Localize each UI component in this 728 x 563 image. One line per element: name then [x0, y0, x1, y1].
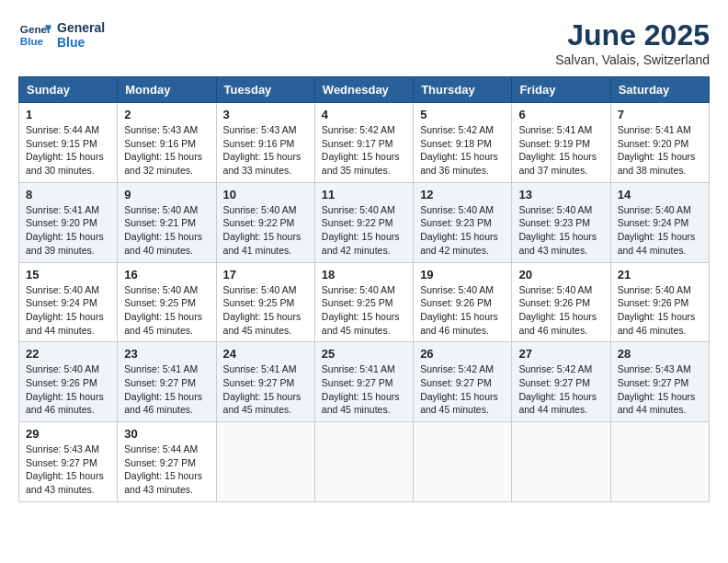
- column-header-monday: Monday: [118, 77, 216, 103]
- day-cell: [216, 422, 314, 502]
- logo-general: General: [57, 20, 105, 35]
- day-info: Sunrise: 5:40 AMSunset: 9:26 PMDaylight:…: [420, 283, 505, 338]
- day-info: Sunrise: 5:40 AMSunset: 9:25 PMDaylight:…: [223, 283, 308, 338]
- day-info: Sunrise: 5:41 AMSunset: 9:27 PMDaylight:…: [322, 362, 406, 417]
- day-info: Sunrise: 5:41 AMSunset: 9:27 PMDaylight:…: [124, 362, 209, 417]
- svg-text:General: General: [20, 23, 51, 35]
- day-info: Sunrise: 5:40 AMSunset: 9:21 PMDaylight:…: [124, 203, 209, 258]
- day-number: 30: [124, 427, 209, 441]
- day-cell: 14Sunrise: 5:40 AMSunset: 9:24 PMDayligh…: [610, 182, 709, 262]
- column-header-wednesday: Wednesday: [314, 77, 413, 103]
- day-number: 15: [26, 268, 110, 282]
- day-info: Sunrise: 5:41 AMSunset: 9:19 PMDaylight:…: [518, 123, 603, 178]
- location-title: Salvan, Valais, Switzerland: [555, 52, 710, 67]
- day-number: 22: [26, 347, 110, 361]
- week-row-1: 1Sunrise: 5:44 AMSunset: 9:15 PMDaylight…: [19, 103, 710, 183]
- day-cell: 2Sunrise: 5:43 AMSunset: 9:16 PMDaylight…: [118, 103, 216, 183]
- day-number: 1: [26, 108, 110, 121]
- day-cell: 22Sunrise: 5:40 AMSunset: 9:26 PMDayligh…: [19, 342, 118, 422]
- title-area: June 2025 Salvan, Valais, Switzerland: [555, 18, 710, 67]
- day-cell: 5Sunrise: 5:42 AMSunset: 9:18 PMDaylight…: [414, 103, 512, 183]
- day-number: 6: [518, 108, 603, 121]
- day-cell: 7Sunrise: 5:41 AMSunset: 9:20 PMDaylight…: [610, 103, 709, 183]
- day-info: Sunrise: 5:40 AMSunset: 9:23 PMDaylight:…: [518, 203, 603, 258]
- day-number: 29: [26, 427, 110, 441]
- day-info: Sunrise: 5:40 AMSunset: 9:24 PMDaylight:…: [618, 203, 702, 258]
- svg-text:Blue: Blue: [20, 35, 44, 47]
- day-info: Sunrise: 5:40 AMSunset: 9:23 PMDaylight:…: [420, 203, 505, 258]
- week-row-4: 22Sunrise: 5:40 AMSunset: 9:26 PMDayligh…: [19, 342, 710, 422]
- day-number: 26: [420, 347, 505, 361]
- day-info: Sunrise: 5:42 AMSunset: 9:17 PMDaylight:…: [322, 123, 406, 178]
- day-number: 2: [124, 108, 209, 121]
- day-number: 19: [420, 268, 505, 282]
- day-info: Sunrise: 5:43 AMSunset: 9:27 PMDaylight:…: [26, 442, 110, 497]
- day-info: Sunrise: 5:40 AMSunset: 9:24 PMDaylight:…: [26, 283, 110, 338]
- day-cell: 8Sunrise: 5:41 AMSunset: 9:20 PMDaylight…: [19, 182, 118, 262]
- day-cell: [414, 422, 512, 502]
- day-number: 28: [618, 347, 702, 361]
- column-header-thursday: Thursday: [414, 77, 512, 103]
- day-number: 27: [518, 347, 603, 361]
- day-cell: 15Sunrise: 5:40 AMSunset: 9:24 PMDayligh…: [19, 262, 118, 342]
- day-number: 11: [322, 188, 406, 201]
- week-row-2: 8Sunrise: 5:41 AMSunset: 9:20 PMDaylight…: [19, 182, 710, 262]
- column-header-saturday: Saturday: [610, 77, 709, 103]
- day-cell: 25Sunrise: 5:41 AMSunset: 9:27 PMDayligh…: [314, 342, 413, 422]
- day-cell: 10Sunrise: 5:40 AMSunset: 9:22 PMDayligh…: [216, 182, 314, 262]
- day-cell: [314, 422, 413, 502]
- day-number: 17: [223, 268, 308, 282]
- day-info: Sunrise: 5:40 AMSunset: 9:26 PMDaylight:…: [618, 283, 702, 338]
- day-cell: 16Sunrise: 5:40 AMSunset: 9:25 PMDayligh…: [118, 262, 216, 342]
- day-number: 10: [223, 188, 308, 201]
- day-cell: 11Sunrise: 5:40 AMSunset: 9:22 PMDayligh…: [314, 182, 413, 262]
- day-number: 9: [124, 188, 209, 201]
- day-info: Sunrise: 5:44 AMSunset: 9:15 PMDaylight:…: [26, 123, 110, 178]
- day-info: Sunrise: 5:42 AMSunset: 9:18 PMDaylight:…: [420, 123, 505, 178]
- calendar-table: SundayMondayTuesdayWednesdayThursdayFrid…: [18, 76, 710, 502]
- day-cell: 24Sunrise: 5:41 AMSunset: 9:27 PMDayligh…: [216, 342, 314, 422]
- day-cell: 12Sunrise: 5:40 AMSunset: 9:23 PMDayligh…: [414, 182, 512, 262]
- day-info: Sunrise: 5:40 AMSunset: 9:25 PMDaylight:…: [322, 283, 406, 338]
- day-number: 5: [420, 108, 505, 121]
- day-cell: 6Sunrise: 5:41 AMSunset: 9:19 PMDaylight…: [512, 103, 610, 183]
- day-number: 7: [618, 108, 702, 121]
- day-cell: 18Sunrise: 5:40 AMSunset: 9:25 PMDayligh…: [314, 262, 413, 342]
- day-cell: 23Sunrise: 5:41 AMSunset: 9:27 PMDayligh…: [118, 342, 216, 422]
- day-info: Sunrise: 5:42 AMSunset: 9:27 PMDaylight:…: [420, 362, 505, 417]
- week-row-5: 29Sunrise: 5:43 AMSunset: 9:27 PMDayligh…: [19, 422, 710, 502]
- day-cell: 29Sunrise: 5:43 AMSunset: 9:27 PMDayligh…: [19, 422, 118, 502]
- day-info: Sunrise: 5:40 AMSunset: 9:26 PMDaylight:…: [518, 283, 603, 338]
- day-number: 25: [322, 347, 406, 361]
- day-number: 18: [322, 268, 406, 282]
- logo-blue: Blue: [57, 35, 105, 50]
- column-headers: SundayMondayTuesdayWednesdayThursdayFrid…: [19, 77, 710, 103]
- day-number: 21: [618, 268, 702, 282]
- month-title: June 2025: [555, 18, 710, 52]
- day-cell: 1Sunrise: 5:44 AMSunset: 9:15 PMDaylight…: [19, 103, 118, 183]
- day-cell: [512, 422, 610, 502]
- day-cell: 28Sunrise: 5:43 AMSunset: 9:27 PMDayligh…: [610, 342, 709, 422]
- day-info: Sunrise: 5:40 AMSunset: 9:25 PMDaylight:…: [124, 283, 209, 338]
- day-cell: 3Sunrise: 5:43 AMSunset: 9:16 PMDaylight…: [216, 103, 314, 183]
- day-cell: 20Sunrise: 5:40 AMSunset: 9:26 PMDayligh…: [512, 262, 610, 342]
- column-header-tuesday: Tuesday: [216, 77, 314, 103]
- day-info: Sunrise: 5:40 AMSunset: 9:26 PMDaylight:…: [26, 362, 110, 417]
- day-info: Sunrise: 5:41 AMSunset: 9:27 PMDaylight:…: [223, 362, 308, 417]
- day-info: Sunrise: 5:44 AMSunset: 9:27 PMDaylight:…: [124, 442, 209, 497]
- day-cell: [610, 422, 709, 502]
- day-number: 8: [26, 188, 110, 201]
- day-number: 16: [124, 268, 209, 282]
- day-cell: 21Sunrise: 5:40 AMSunset: 9:26 PMDayligh…: [610, 262, 709, 342]
- day-number: 3: [223, 108, 308, 121]
- day-cell: 26Sunrise: 5:42 AMSunset: 9:27 PMDayligh…: [414, 342, 512, 422]
- day-cell: 13Sunrise: 5:40 AMSunset: 9:23 PMDayligh…: [512, 182, 610, 262]
- page-header: General Blue General Blue June 2025 Salv…: [18, 18, 710, 67]
- day-number: 23: [124, 347, 209, 361]
- day-number: 12: [420, 188, 505, 201]
- week-row-3: 15Sunrise: 5:40 AMSunset: 9:24 PMDayligh…: [19, 262, 710, 342]
- day-info: Sunrise: 5:41 AMSunset: 9:20 PMDaylight:…: [26, 203, 110, 258]
- day-info: Sunrise: 5:42 AMSunset: 9:27 PMDaylight:…: [518, 362, 603, 417]
- day-info: Sunrise: 5:43 AMSunset: 9:16 PMDaylight:…: [124, 123, 209, 178]
- logo-icon: General Blue: [18, 18, 51, 52]
